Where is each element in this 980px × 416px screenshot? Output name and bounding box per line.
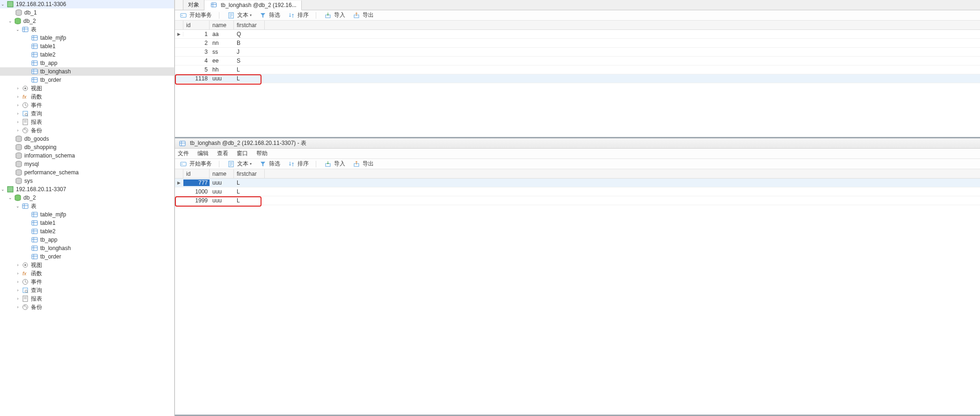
tree-table-item[interactable]: ·tb_longhash: [0, 67, 174, 76]
tree-database[interactable]: ·db_shopping: [0, 143, 174, 151]
menu-view[interactable]: 查看: [217, 150, 228, 158]
column-header-name[interactable]: name: [210, 21, 234, 29]
cell-firstchar[interactable]: L: [234, 75, 265, 82]
tree-folder-item[interactable]: ›查询: [0, 109, 174, 118]
menu-edit[interactable]: 编辑: [197, 150, 209, 158]
table-row[interactable]: 4eeS: [175, 57, 980, 65]
tree-database[interactable]: ·sys: [0, 177, 174, 185]
sort-button[interactable]: 排序: [286, 160, 310, 168]
expander-icon[interactable]: ›: [15, 280, 21, 284]
tree-folder-item[interactable]: ›视图: [0, 261, 174, 269]
expander-icon[interactable]: ›: [15, 296, 21, 301]
tree-folder-item[interactable]: ›fx函数: [0, 93, 174, 101]
cell-firstchar[interactable]: L: [234, 179, 265, 186]
tree-folder-item[interactable]: ›fx函数: [0, 269, 174, 278]
tree-database[interactable]: ·mysql: [0, 160, 174, 168]
sort-button[interactable]: 排序: [286, 11, 310, 19]
cell-firstchar[interactable]: J: [234, 49, 265, 55]
table-row[interactable]: ▶1aaQ: [175, 30, 980, 39]
menu-file[interactable]: 文件: [178, 150, 189, 158]
expander-icon[interactable]: ›: [15, 128, 21, 133]
cell-name[interactable]: nn: [210, 40, 234, 46]
table-row[interactable]: 3ssJ: [175, 48, 980, 57]
tree-folder-item[interactable]: ›报表: [0, 118, 174, 126]
expander-icon[interactable]: ›: [15, 94, 21, 99]
cell-id[interactable]: 4: [183, 57, 210, 64]
tree-folder-item[interactable]: ›备份: [0, 303, 174, 311]
expander-icon[interactable]: ›: [15, 111, 21, 116]
export-button[interactable]: 导出: [351, 160, 375, 168]
tree-tables-folder[interactable]: ⌄ 表: [0, 25, 174, 34]
grid-body[interactable]: ▶777uuuL1000uuuL1999uuuL: [175, 179, 980, 415]
begin-transaction-button[interactable]: 开始事务: [178, 11, 213, 19]
tree-database[interactable]: ⌄ db_2: [0, 17, 174, 25]
cell-name[interactable]: aa: [210, 31, 234, 37]
tree-table-item[interactable]: ·table_mjfp: [0, 210, 174, 219]
cell-id[interactable]: 1118: [183, 75, 210, 82]
cell-firstchar[interactable]: B: [234, 40, 265, 46]
tree-table-item[interactable]: ·table2: [0, 227, 174, 236]
cell-id[interactable]: 1999: [183, 197, 210, 204]
tree-database[interactable]: ·performance_schema: [0, 168, 174, 177]
table-row[interactable]: 1118uuuL: [175, 74, 980, 83]
table-row[interactable]: 1000uuuL: [175, 187, 980, 196]
expander-icon[interactable]: ⌄: [0, 187, 6, 192]
cell-id[interactable]: 777: [183, 179, 210, 186]
tree-database[interactable]: · db_1: [0, 8, 174, 17]
cell-name[interactable]: hh: [210, 66, 234, 73]
table-row[interactable]: 1999uuuL: [175, 196, 980, 205]
tree-table-item[interactable]: ·table1: [0, 42, 174, 50]
menu-help[interactable]: 帮助: [256, 150, 268, 158]
tree-table-item[interactable]: ·tb_app: [0, 236, 174, 244]
expander-icon[interactable]: ⌄: [15, 204, 21, 208]
connection-tree[interactable]: ⌄ 192.168.20.11-3306 · db_1 ⌄ db_2 ⌄ 表 ·…: [0, 0, 174, 416]
cell-firstchar[interactable]: Q: [234, 31, 265, 37]
tree-folder-item[interactable]: ›查询: [0, 286, 174, 294]
tab-table[interactable]: tb_longhash @db_2 (192.16...: [204, 0, 302, 10]
text-view-button[interactable]: 文本 ▾: [225, 11, 253, 19]
tree-database[interactable]: ·information_schema: [0, 151, 174, 160]
cell-firstchar[interactable]: S: [234, 57, 265, 64]
expander-icon[interactable]: ⌄: [7, 19, 13, 23]
cell-name[interactable]: uuu: [210, 179, 234, 186]
cell-id[interactable]: 1000: [183, 188, 210, 195]
cell-firstchar[interactable]: L: [234, 197, 265, 204]
menu-window[interactable]: 窗口: [237, 150, 248, 158]
cell-name[interactable]: uuu: [210, 197, 234, 204]
tree-database[interactable]: ·db_goods: [0, 135, 174, 143]
expander-icon[interactable]: ›: [15, 120, 21, 124]
cell-name[interactable]: uuu: [210, 188, 234, 195]
tree-folder-item[interactable]: ›事件: [0, 278, 174, 286]
tree-folder-item[interactable]: ›视图: [0, 84, 174, 93]
tree-folder-item[interactable]: ›备份: [0, 126, 174, 135]
begin-transaction-button[interactable]: 开始事务: [178, 160, 213, 168]
import-button[interactable]: 导入: [322, 160, 346, 168]
tree-connection[interactable]: ⌄ 192.168.20.11-3307: [0, 185, 174, 194]
expander-icon[interactable]: ›: [15, 86, 21, 91]
tree-database[interactable]: ⌄ db_2: [0, 194, 174, 202]
table-row[interactable]: 5hhL: [175, 65, 980, 74]
tree-table-item[interactable]: ·tb_longhash: [0, 244, 174, 252]
tab-objects[interactable]: 对象: [183, 0, 204, 10]
column-header-firstchar[interactable]: firstchar: [234, 169, 265, 178]
table-row[interactable]: ▶777uuuL: [175, 179, 980, 187]
import-button[interactable]: 导入: [322, 11, 346, 19]
tree-table-item[interactable]: ·table2: [0, 50, 174, 59]
expander-icon[interactable]: ›: [15, 305, 21, 309]
expander-icon[interactable]: ›: [15, 263, 21, 267]
tree-folder-item[interactable]: ›报表: [0, 294, 174, 303]
expander-icon[interactable]: ⌄: [15, 27, 21, 32]
tree-table-item[interactable]: ·table1: [0, 219, 174, 227]
tree-table-item[interactable]: ·tb_order: [0, 252, 174, 261]
expander-icon[interactable]: ›: [15, 103, 21, 108]
filter-button[interactable]: 筛选: [257, 160, 281, 168]
tree-table-item[interactable]: ·tb_order: [0, 76, 174, 84]
tree-connection[interactable]: ⌄ 192.168.20.11-3306: [0, 0, 174, 8]
expander-icon[interactable]: ⌄: [7, 195, 13, 200]
column-header-name[interactable]: name: [210, 169, 234, 178]
cell-id[interactable]: 1: [183, 31, 210, 37]
cell-name[interactable]: ss: [210, 49, 234, 55]
expander-icon[interactable]: ⌄: [0, 2, 6, 7]
cell-firstchar[interactable]: L: [234, 188, 265, 195]
grid-body[interactable]: ▶1aaQ2nnB3ssJ4eeS5hhL1118uuuL: [175, 30, 980, 137]
